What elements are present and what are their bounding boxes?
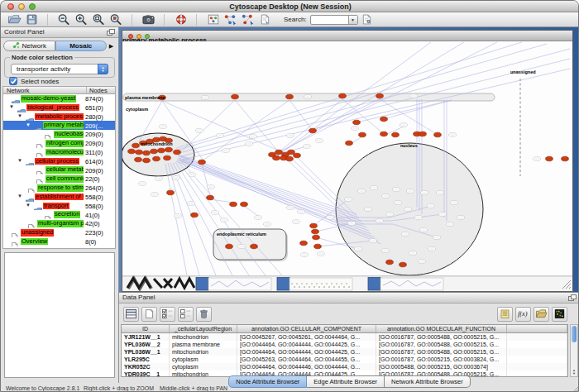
tree-row[interactable]: ▼biological_process651(0) — [3, 103, 115, 112]
tree-row[interactable]: ▼primary metabo209(... — [3, 121, 115, 130]
tree-row[interactable]: ▼cellular process614(0) — [3, 157, 115, 166]
snapshot-button[interactable] — [140, 12, 157, 26]
node-color-dropdown[interactable]: transporter activity ▲▼ — [11, 64, 108, 74]
tree-row[interactable]: secretion41(0) — [3, 210, 115, 219]
layout-b-button[interactable] — [239, 12, 256, 26]
network-name[interactable]: secretion — [54, 211, 80, 218]
tree-row[interactable]: ▼transport558(0) — [3, 202, 115, 211]
search-input[interactable]: ▼ — [310, 15, 358, 25]
node-count: 209(0) — [85, 167, 103, 174]
table-row[interactable]: YKR052Ccytoplasm[GO:0044464, GO:0044446,… — [122, 363, 567, 370]
disclosure-triangle-icon[interactable]: ▼ — [26, 122, 31, 127]
network-canvas[interactable]: plasma membranecytoplasmmitochondrionnuc… — [122, 41, 572, 291]
disclosure-triangle-icon[interactable]: ▼ — [17, 113, 22, 118]
column-header[interactable]: annotation.GO MOLECULAR_FUNCTION — [376, 325, 507, 332]
function-builder-button[interactable]: f(x) — [515, 307, 531, 322]
network-name[interactable]: mosaic-demo-yeast — [21, 95, 76, 103]
tree-row[interactable]: response to stimul264(0) — [3, 184, 115, 193]
tree-col-network[interactable]: Network — [7, 87, 30, 94]
table-scrollbar[interactable]: ▲▼ — [570, 324, 578, 377]
minimize-view-button[interactable] — [136, 34, 141, 39]
network-name[interactable]: transport — [43, 203, 69, 210]
table-row[interactable]: YJR121W__1mitochondrion[GO:0045267, GO:0… — [122, 333, 567, 341]
network-name[interactable]: cellular metabo — [45, 166, 84, 174]
table-row[interactable]: YLR295Ccytoplasm[GO:0045263, GO:0044464,… — [122, 356, 567, 363]
zoom-window-button[interactable] — [29, 3, 36, 10]
column-header[interactable] — [507, 325, 567, 332]
scrollbar-thumb[interactable] — [572, 326, 577, 342]
select-attributes-button[interactable] — [160, 307, 175, 322]
delete-attribute-button[interactable] — [196, 307, 212, 322]
column-header[interactable]: ID — [122, 325, 170, 332]
tree-row[interactable]: cell communicat22(0) — [3, 174, 115, 184]
network-name[interactable]: metabolic process — [35, 113, 84, 121]
open-file-button[interactable] — [6, 12, 23, 26]
close-window-button[interactable] — [7, 3, 14, 10]
tree-row[interactable]: multi-organism pro42(0) — [3, 219, 115, 228]
import-attributes-button[interactable] — [534, 307, 549, 322]
help-button[interactable] — [172, 12, 189, 26]
zoom-out-button[interactable] — [55, 12, 73, 26]
disclosure-triangle-icon[interactable]: ▼ — [26, 203, 31, 208]
new-attribute-button[interactable] — [141, 307, 157, 322]
attribute-matrix-button[interactable] — [552, 307, 567, 322]
zoom-view-button[interactable] — [145, 34, 150, 39]
network-name[interactable]: cell communicat — [45, 175, 84, 183]
vizmapper-button[interactable] — [204, 12, 222, 26]
tree-row[interactable]: macromolecule311(0) — [3, 148, 115, 157]
tree-row[interactable]: nucleobase-209(0) — [3, 130, 115, 139]
disclosure-triangle-icon[interactable]: ▼ — [17, 158, 22, 163]
search-dropdown-icon[interactable]: ▼ — [348, 16, 357, 24]
network-name[interactable]: establishment of lo — [35, 194, 84, 201]
scrollbar-arrows-icon[interactable]: ▲▼ — [571, 369, 577, 375]
zoom-selected-button[interactable] — [108, 12, 125, 26]
table-row[interactable]: YPL036W__1mitochondrion[GO:0044464, GO:0… — [122, 348, 567, 356]
network-name[interactable]: primary metabo — [43, 122, 84, 129]
minimize-window-button[interactable] — [18, 3, 25, 10]
tree-row[interactable]: nitrogen compo209(0) — [3, 139, 115, 148]
zoom-in-button[interactable] — [73, 12, 90, 26]
attribute-list-button[interactable] — [497, 307, 513, 322]
network-name[interactable]: cellular process — [35, 158, 79, 165]
network-name[interactable]: response to stimul — [37, 184, 84, 192]
column-header[interactable]: _cellularLayoutRegion — [170, 325, 237, 332]
network-name[interactable]: macromolecule — [45, 149, 84, 156]
more-tabs-arrow-icon[interactable]: ▶ — [107, 43, 116, 50]
tree-row[interactable]: mosaic-demo-yeast874(0) — [3, 94, 115, 103]
tree-row[interactable]: unassigned223(0) — [3, 228, 115, 237]
tree-row[interactable]: cellular metabo209(0) — [3, 165, 115, 174]
layout-a-button[interactable] — [222, 12, 239, 26]
tab-mosaic[interactable]: Mosaic — [55, 41, 108, 51]
network-window-titlebar[interactable]: primary metabolic process — [122, 31, 572, 41]
network-name[interactable]: nucleobase- — [54, 131, 84, 138]
close-view-button[interactable] — [128, 34, 133, 39]
column-header[interactable]: annotation.GO CELLULAR_COMPONENT — [237, 325, 376, 332]
network-name[interactable]: Overview — [21, 238, 48, 246]
network-name[interactable]: nitrogen compo — [45, 140, 84, 147]
select-nodes-checkbox[interactable] — [9, 77, 17, 85]
float-panel-icon[interactable] — [568, 294, 577, 304]
tree-col-nodes[interactable]: Nodes — [86, 87, 108, 93]
tree-row[interactable]: ▼establishment of lo558(0) — [3, 193, 115, 202]
network-view-window[interactable]: primary metabolic process plasma membran… — [122, 30, 573, 292]
save-session-button[interactable] — [23, 12, 41, 26]
attribute-table-button[interactable] — [123, 307, 139, 322]
annotation-button[interactable] — [256, 12, 274, 26]
network-name[interactable]: unassigned — [21, 229, 54, 237]
tree-row[interactable]: ▼metabolic process280(0) — [3, 112, 115, 122]
window-titlebar[interactable]: Cytoscape Desktop (New Session) — [1, 1, 579, 12]
tab-network[interactable]: Network — [3, 41, 55, 51]
resize-grip-icon[interactable] — [571, 385, 579, 392]
import-network-button[interactable] — [358, 12, 376, 26]
network-name[interactable]: biological_process — [26, 104, 79, 112]
zoom-fit-button[interactable] — [90, 12, 108, 26]
float-panel-icon[interactable] — [107, 29, 116, 38]
disclosure-triangle-icon[interactable]: ▼ — [9, 104, 14, 109]
node-count: 264(0) — [85, 184, 103, 192]
network-name[interactable]: multi-organism pro — [37, 220, 84, 227]
table-row[interactable]: YPL036W__2plasma membrane[GO:0044464, GO… — [122, 341, 567, 348]
tree-row[interactable]: Overview8(0) — [3, 237, 115, 246]
birdseye-view[interactable] — [4, 252, 115, 378]
disclosure-triangle-icon[interactable]: ▼ — [17, 194, 22, 198]
unselect-attributes-button[interactable] — [178, 307, 194, 322]
